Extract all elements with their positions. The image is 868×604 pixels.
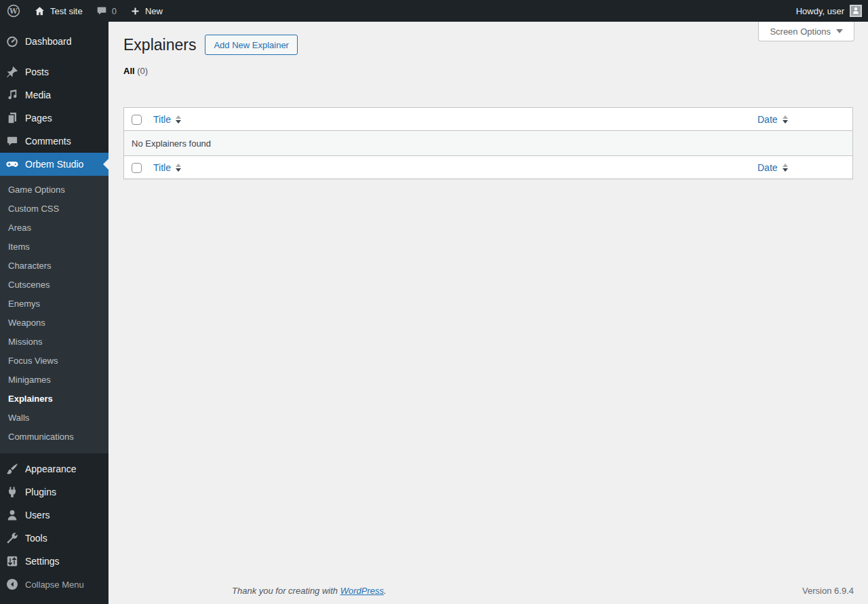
admin-sidebar: Dashboard Posts Media Pages [0,22,108,604]
comment-icon [5,134,19,148]
plus-icon [130,6,140,16]
sidebar-item-label: Tools [25,533,47,544]
home-icon [34,5,45,17]
user-icon [5,508,19,522]
submenu-item-focus-views[interactable]: Focus Views [0,352,108,371]
admin-bar-account-menu[interactable]: Howdy, user [796,0,868,22]
admin-bar-comments[interactable]: 0 [90,0,123,22]
table-footer-row: Title Date [124,155,852,178]
date-column-header: Date [757,114,778,125]
sort-arrows-icon [783,115,788,124]
dashboard-icon [5,35,19,48]
comment-bubble-icon [96,5,107,16]
sort-arrows-icon [783,164,788,172]
filter-links: All (0) [123,66,853,76]
submenu-item-walls[interactable]: Walls [0,409,108,428]
chevron-down-icon [836,29,843,33]
sidebar-item-label: Orbem Studio [25,159,83,170]
submenu-item-items[interactable]: Items [0,238,108,257]
sidebar-item-settings[interactable]: Settings [0,550,108,573]
admin-bar-spacer [170,0,796,22]
screen-options-label: Screen Options [770,26,831,37]
main-content: Screen Options Explainers Add New Explai… [108,22,868,604]
submenu-item-minigames[interactable]: Minigames [0,371,108,390]
page-title: Explainers [123,35,196,55]
submenu-item-explainers[interactable]: Explainers [0,390,108,409]
title-row: Explainers Add New Explainer [123,35,853,55]
sidebar-item-label: Media [25,90,51,100]
submenu-item-game-options[interactable]: Game Options [0,181,108,200]
sidebar-item-label: Appearance [25,464,77,474]
explainers-list-table: Title Date [123,107,853,179]
howdy-label: Howdy, user [796,6,844,16]
empty-row: No Explainers found [124,131,852,155]
sidebar-item-label: Comments [25,136,71,147]
screen-options-toggle[interactable]: Screen Options [758,22,854,41]
orbem-studio-submenu: Game Options Custom CSS Areas Items Char… [0,176,108,453]
title-column-header: Title [153,162,171,173]
admin-bar-new[interactable]: New [123,0,170,22]
select-all-checkbox[interactable] [132,163,142,173]
sidebar-item-label: Settings [25,556,60,567]
submenu-item-enemys[interactable]: Enemys [0,295,108,314]
sidebar-item-posts[interactable]: Posts [0,60,108,83]
collapse-arrow-icon [5,578,19,591]
sidebar-item-comments[interactable]: Comments [0,130,108,153]
sidebar-item-label: Posts [25,67,49,77]
table-header-row: Title Date [124,108,852,131]
sort-by-title-link[interactable]: Title [153,162,181,173]
sidebar-item-dashboard[interactable]: Dashboard [0,30,108,53]
sidebar-item-tools[interactable]: Tools [0,527,108,550]
sidebar-item-orbem-studio[interactable]: Orbem Studio [0,153,108,176]
comment-count: 0 [112,6,117,16]
pages-icon [5,111,19,125]
menu-separator [0,53,108,60]
footer-period: . [384,586,387,596]
sidebar-item-label: Dashboard [25,36,72,47]
submenu-item-cutscenes[interactable]: Cutscenes [0,276,108,295]
sidebar-item-plugins[interactable]: Plugins [0,480,108,504]
new-label: New [145,6,163,16]
svg-text:W: W [9,7,18,15]
sort-by-date-link[interactable]: Date [757,162,788,173]
sidebar-item-media[interactable]: Media [0,83,108,107]
plug-icon [5,485,19,499]
date-column-header: Date [757,162,778,173]
footer-thanks-text: Thank you for creating with [232,586,338,596]
sidebar-item-appearance[interactable]: Appearance [0,457,108,480]
media-icon [5,88,19,102]
collapse-menu-button[interactable]: Collapse Menu [0,573,108,596]
submenu-item-weapons[interactable]: Weapons [0,314,108,333]
sidebar-item-pages[interactable]: Pages [0,107,108,130]
wordpress-logo-menu[interactable]: W [0,0,27,22]
sort-by-title-link[interactable]: Title [153,114,181,125]
submenu-item-communications[interactable]: Communications [0,428,108,447]
submenu-item-areas[interactable]: Areas [0,219,108,238]
admin-bar-site-name[interactable]: Test site [27,0,90,22]
brush-icon [5,462,19,476]
submenu-item-missions[interactable]: Missions [0,333,108,352]
settings-icon [5,554,19,568]
page-wrap: Explainers Add New Explainer All (0) Tit… [108,22,868,179]
add-new-explainer-button[interactable]: Add New Explainer [205,35,298,55]
select-all-checkbox[interactable] [132,115,142,125]
collapse-menu-label: Collapse Menu [25,580,84,590]
wordpress-link[interactable]: WordPress [340,586,384,596]
wordpress-logo-icon: W [7,4,20,18]
site-name-label: Test site [50,6,83,16]
filter-all-count: (0) [137,66,148,76]
pushpin-icon [5,65,19,79]
sidebar-item-label: Pages [25,113,52,124]
sort-by-date-link[interactable]: Date [757,114,788,125]
submenu-item-custom-css[interactable]: Custom CSS [0,200,108,219]
title-column-header: Title [153,114,171,125]
sidebar-item-users[interactable]: Users [0,504,108,527]
wrench-icon [5,531,19,545]
footer-version: Version 6.9.4 [802,586,854,596]
avatar [850,5,862,17]
admin-bar: W Test site 0 New Howdy, user [0,0,868,22]
submenu-item-characters[interactable]: Characters [0,257,108,276]
sidebar-item-label: Plugins [25,487,56,497]
filter-all-link[interactable]: All [123,66,135,76]
footer-thanks: Thank you for creating with WordPress. [232,586,387,596]
